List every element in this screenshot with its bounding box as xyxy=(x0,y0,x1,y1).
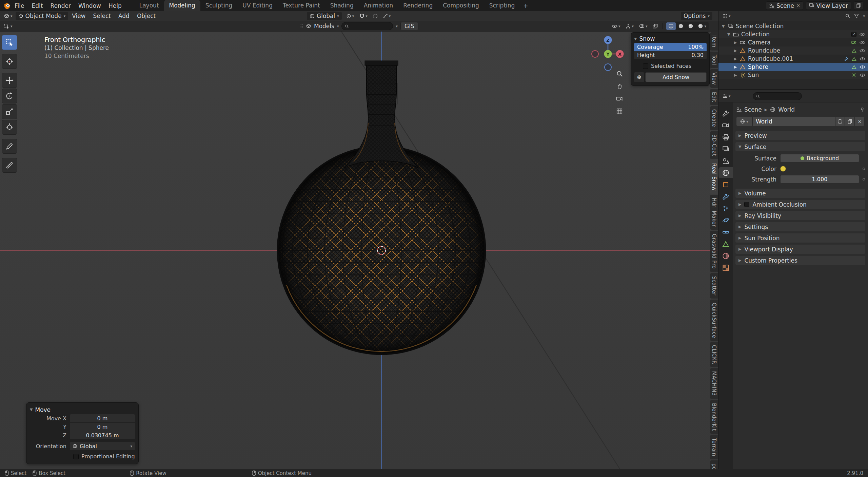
asset-search-field[interactable] xyxy=(341,22,393,30)
sidebar-tab-polygoniq[interactable]: polygoniq xyxy=(710,460,718,469)
collection-checkbox[interactable]: ✓ xyxy=(851,32,856,37)
tool-select-box[interactable] xyxy=(2,35,17,50)
outliner-row-sun[interactable]: ▶ Sun xyxy=(718,71,868,79)
navigation-gizmo[interactable]: Z Y X xyxy=(589,33,630,73)
section-ambient-occlusion[interactable]: ▶ Ambient Occlusion xyxy=(735,200,865,209)
tab-tool-properties[interactable] xyxy=(718,108,733,119)
new-world-button[interactable] xyxy=(845,117,855,126)
hide-eye-icon[interactable] xyxy=(860,57,865,61)
editor-type-button[interactable]: ▾ xyxy=(3,13,14,20)
shading-material-button[interactable] xyxy=(686,22,695,30)
search-icon[interactable] xyxy=(845,14,850,18)
section-ray-visibility[interactable]: ▶ Ray Visibility xyxy=(735,211,865,220)
shading-solid-button[interactable] xyxy=(676,22,686,30)
outliner-editor-button[interactable]: ▾ xyxy=(722,13,732,19)
sidebar-tab-clickr[interactable]: CLICKR xyxy=(710,342,718,367)
workspace-tab-uv-editing[interactable]: UV Editing xyxy=(237,0,278,11)
properties-search-input[interactable] xyxy=(762,93,798,99)
orientation-dropdown[interactable]: Global ▾ xyxy=(307,12,342,20)
sidebar-tab-quicksurface[interactable]: QuickSurface xyxy=(710,300,718,341)
hide-eye-icon[interactable] xyxy=(860,49,865,53)
tab-object-data-properties[interactable] xyxy=(718,238,733,249)
sidebar-tab-hdri-maker[interactable]: Hdri Maker xyxy=(710,195,718,230)
outliner-row-sphere[interactable]: ▶ Sphere xyxy=(718,63,868,71)
workspace-tab-rendering[interactable]: Rendering xyxy=(398,0,438,11)
tool-move[interactable] xyxy=(2,73,17,88)
proportional-editing-checkbox[interactable] xyxy=(73,454,79,459)
fake-user-button[interactable] xyxy=(835,117,845,126)
tab-scene-properties[interactable] xyxy=(718,155,733,166)
tab-material-properties[interactable] xyxy=(718,250,733,261)
axis-minus-z[interactable] xyxy=(605,64,611,71)
disclosure-icon[interactable]: ▶ xyxy=(734,57,740,61)
active-tool-button[interactable]: ▾ xyxy=(3,23,14,30)
add-snow-button[interactable]: Add Snow xyxy=(645,72,707,82)
world-name-field[interactable]: World xyxy=(752,117,835,126)
menu-help[interactable]: Help xyxy=(105,2,125,9)
menu-file[interactable]: File xyxy=(11,2,28,9)
surface-shader-button[interactable]: Background xyxy=(780,154,859,163)
tab-modifier-properties[interactable] xyxy=(718,191,733,202)
tool-annotate[interactable] xyxy=(2,139,17,154)
sidebar-tab-machin3[interactable]: MACHIN3 xyxy=(710,368,718,399)
disclosure-icon[interactable]: ▶ xyxy=(734,49,740,53)
sidebar-tab-terrain[interactable]: Terrain xyxy=(710,435,718,459)
filter-icon[interactable] xyxy=(854,14,859,18)
menu-window[interactable]: Window xyxy=(75,2,105,9)
sidebar-tab-tool[interactable]: Tool xyxy=(710,52,718,68)
workspace-tab-texture-paint[interactable]: Texture Paint xyxy=(278,0,325,11)
tab-output-properties[interactable] xyxy=(718,132,733,142)
menu-edit[interactable]: Edit xyxy=(28,2,46,9)
section-viewport-display[interactable]: ▶ Viewport Display xyxy=(735,245,865,254)
options-dropdown[interactable]: Options ▾ xyxy=(681,12,712,20)
section-custom-properties[interactable]: ▶ Custom Properties xyxy=(735,256,865,265)
sidebar-tab-view[interactable]: View xyxy=(710,69,718,88)
mode-dropdown[interactable]: Object Mode ▾ xyxy=(16,12,68,20)
falloff-dropdown[interactable]: ▾ xyxy=(382,13,392,19)
gis-menu-button[interactable]: GIS xyxy=(400,22,418,30)
tab-texture-properties[interactable] xyxy=(718,262,733,273)
chevron-down-icon[interactable]: ▾ xyxy=(337,24,339,28)
properties-search-field[interactable] xyxy=(753,92,802,100)
tab-view-layer-properties[interactable] xyxy=(718,144,733,154)
disclosure-icon[interactable]: ▼ xyxy=(722,24,728,28)
height-field[interactable]: Height 0.30 xyxy=(634,51,707,59)
workspace-tab-layout[interactable]: Layout xyxy=(134,0,164,11)
new-view-layer-button[interactable] xyxy=(854,1,863,10)
menu-render[interactable]: Render xyxy=(46,2,75,9)
tool-rotate[interactable] xyxy=(2,89,17,103)
properties-editor-button[interactable]: ▾ xyxy=(722,93,732,99)
workspace-tab-animation[interactable]: Animation xyxy=(359,0,398,11)
asset-search-input[interactable] xyxy=(351,23,390,30)
axis-minus-x[interactable] xyxy=(592,51,598,57)
tool-measure[interactable] xyxy=(2,158,17,173)
camera-view-button[interactable] xyxy=(614,95,625,103)
view-layer-selector[interactable]: View Layer xyxy=(806,1,851,10)
shading-wireframe-button[interactable] xyxy=(666,22,676,30)
ambient-occlusion-checkbox[interactable] xyxy=(744,202,749,207)
tab-world-properties[interactable] xyxy=(718,167,733,178)
collapse-arrow-icon[interactable]: ▼ xyxy=(634,37,637,41)
outliner-row-roundcube[interactable]: ▶ Roundcube xyxy=(718,46,868,55)
section-volume[interactable]: ▶ Volume xyxy=(735,189,865,198)
outliner-row-camera[interactable]: ▶ Camera xyxy=(718,38,868,46)
sidebar-tab-scatter[interactable]: Scatter xyxy=(710,273,718,299)
add-workspace-button[interactable]: + xyxy=(520,0,531,11)
disclosure-icon[interactable]: ▶ xyxy=(734,41,740,44)
tab-object-properties[interactable] xyxy=(718,179,733,190)
unlink-world-button[interactable]: ✕ xyxy=(855,117,865,126)
disclosure-icon[interactable]: ▶ xyxy=(734,65,740,69)
3d-viewport[interactable]: Front Orthographic (1) Collection | Sphe… xyxy=(0,32,718,469)
outliner-row-roundcube-001[interactable]: ▶ Roundcube.001 xyxy=(718,55,868,63)
sidebar-tab-3d-coat[interactable]: 3D-Coat xyxy=(710,131,718,159)
disclosure-icon[interactable]: ▼ xyxy=(727,33,733,36)
proportional-editing-toggle[interactable] xyxy=(372,13,378,19)
zoom-button[interactable] xyxy=(614,70,625,78)
world-color-swatch[interactable] xyxy=(780,166,786,172)
coverage-slider[interactable]: Coverage 100% xyxy=(634,43,707,51)
workspace-tab-compositing[interactable]: Compositing xyxy=(438,0,484,11)
outliner-row-scene-collection[interactable]: ▼ Scene Collection xyxy=(718,22,868,30)
menu-select[interactable]: Select xyxy=(90,13,115,19)
pin-icon[interactable] xyxy=(860,107,865,112)
sidebar-tab-real-snow[interactable]: Real Snow xyxy=(710,160,718,194)
